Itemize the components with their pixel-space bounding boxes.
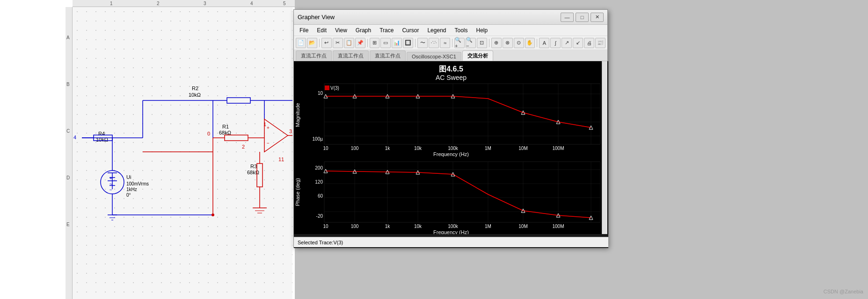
toolbar-copy[interactable]: 📋 — [344, 38, 354, 48]
svg-text:1: 1 — [263, 121, 266, 127]
grapher-scrollbar[interactable] — [602, 61, 607, 234]
toolbar-dot[interactable]: ·∵· — [429, 38, 439, 48]
toolbar-print2[interactable]: 📰 — [595, 38, 605, 48]
svg-text:10kΩ: 10kΩ — [189, 92, 201, 98]
menu-cursor[interactable]: Cursor — [398, 26, 423, 35]
toolbar-view2[interactable]: 🔲 — [403, 38, 413, 48]
tab-dc3[interactable]: 直流工作点 — [370, 50, 406, 61]
graph-area: 图4.6.5 AC Sweep Magnitude 10 100µ — [294, 61, 608, 234]
menu-trace[interactable]: Trace — [376, 26, 397, 35]
ruler-x-2: 2 — [157, 1, 160, 6]
svg-text:Magnitude: Magnitude — [295, 103, 300, 127]
window-title: Grapher View — [298, 14, 561, 21]
menu-view[interactable]: View — [331, 26, 351, 35]
svg-text:Frequency (Hz): Frequency (Hz) — [433, 229, 469, 234]
toolbar-label[interactable]: A — [539, 38, 549, 48]
menu-graph[interactable]: Graph — [352, 26, 375, 35]
svg-point-57 — [212, 214, 214, 216]
tab-ac[interactable]: 交流分析 — [462, 50, 493, 61]
watermark: CSDN @Zanebia — [824, 289, 863, 294]
svg-rect-66 — [324, 84, 600, 144]
svg-text:-20: -20 — [316, 214, 323, 219]
svg-text:0°: 0° — [126, 192, 131, 198]
minimize-button[interactable]: — — [561, 13, 574, 22]
svg-text:1k: 1k — [385, 224, 391, 229]
toolbar-sep6 — [537, 39, 537, 47]
toolbar-grid[interactable]: ⊞ — [370, 38, 380, 48]
tab-dc2[interactable]: 直流工作点 — [333, 50, 369, 61]
close-button[interactable]: ✕ — [591, 13, 604, 22]
svg-text:10k: 10k — [414, 146, 422, 151]
svg-rect-99 — [325, 85, 329, 90]
toolbar-sep3 — [415, 39, 416, 47]
menu-bar: File Edit View Graph Trace Cursor Legend… — [294, 25, 607, 36]
tab-dc1[interactable]: 直流工作点 — [296, 50, 332, 61]
svg-text:100: 100 — [351, 146, 359, 151]
toolbar-export1[interactable]: ↗ — [562, 38, 572, 48]
menu-help[interactable]: Help — [473, 26, 492, 35]
toolbar-cursor2[interactable]: ⊗ — [503, 38, 513, 48]
toolbar-chart[interactable]: 📊 — [392, 38, 402, 48]
menu-edit[interactable]: Edit — [313, 26, 330, 35]
svg-text:R1: R1 — [222, 124, 229, 129]
ruler-y-c: C — [66, 128, 70, 134]
svg-text:1k: 1k — [385, 146, 391, 151]
graph-svg: 图4.6.5 AC Sweep Magnitude 10 100µ — [294, 61, 608, 234]
toolbar-print1[interactable]: 🖨 — [584, 38, 594, 48]
toolbar-sep4 — [452, 39, 452, 47]
svg-text:100k: 100k — [448, 146, 459, 151]
svg-marker-21 — [264, 119, 288, 152]
menu-tools[interactable]: Tools — [451, 26, 471, 35]
svg-text:10: 10 — [323, 224, 328, 229]
ruler-top: 1 2 3 4 5 — [73, 0, 295, 7]
svg-text:1M: 1M — [485, 224, 491, 229]
toolbar-pan[interactable]: ✋ — [525, 38, 535, 48]
toolbar-zoomout[interactable]: 🔍− — [466, 38, 476, 48]
grapher-window: Grapher View — □ ✕ File Edit View Graph … — [293, 9, 608, 248]
tab-osc[interactable]: Oscilloscope-XSC1 — [407, 52, 461, 61]
svg-text:10: 10 — [318, 91, 323, 96]
svg-text:68kΩ: 68kΩ — [247, 170, 259, 175]
menu-file[interactable]: File — [296, 26, 312, 35]
toolbar: 📄 📂 ↩ ✂ 📋 📌 ⊞ ▭ 📊 🔲 〜 ·∵· ≈ 🔍+ 🔍− ⊡ ⊕ ⊗ … — [294, 36, 607, 50]
svg-text:−: − — [267, 141, 270, 146]
title-bar-buttons: — □ ✕ — [561, 13, 604, 22]
ruler-y-d: D — [66, 175, 70, 180]
maximize-button[interactable]: □ — [576, 13, 589, 22]
svg-text:100mVrms: 100mVrms — [126, 181, 149, 186]
toolbar-zoomin[interactable]: 🔍+ — [454, 38, 465, 48]
svg-rect-101 — [324, 162, 600, 222]
svg-rect-44 — [257, 164, 263, 187]
toolbar-fit[interactable]: ⊡ — [477, 38, 487, 48]
title-bar: Grapher View — □ ✕ — [294, 10, 607, 25]
toolbar-undo[interactable]: ↩ — [321, 38, 332, 48]
toolbar-dotline[interactable]: ≈ — [440, 38, 450, 48]
ruler-x-5: 5 — [283, 1, 286, 6]
svg-text:−: − — [109, 187, 112, 192]
svg-text:0: 0 — [207, 131, 210, 136]
toolbar-cursor3[interactable]: ⊙ — [514, 38, 524, 48]
menu-legend[interactable]: Legend — [423, 26, 450, 35]
svg-text:Ui: Ui — [126, 174, 131, 180]
svg-text:100µ: 100µ — [313, 136, 323, 142]
toolbar-curve[interactable]: 〜 — [417, 38, 428, 48]
toolbar-cursor1[interactable]: ⊕ — [491, 38, 502, 48]
svg-text:Frequency (Hz): Frequency (Hz) — [433, 151, 469, 157]
toolbar-open[interactable]: 📂 — [307, 38, 317, 48]
ruler-y-b: B — [66, 82, 70, 87]
toolbar-paste[interactable]: 📌 — [355, 38, 365, 48]
svg-text:100M: 100M — [552, 224, 564, 229]
svg-rect-18 — [225, 135, 248, 141]
toolbar-export2[interactable]: ↙ — [573, 38, 583, 48]
toolbar-sep2 — [367, 39, 368, 47]
toolbar-cut[interactable]: ✂ — [333, 38, 343, 48]
circuit-svg: 4 R4 10kΩ R2 10kΩ 0 R1 68kΩ 1 + − — [73, 7, 292, 299]
svg-text:V(3): V(3) — [330, 85, 339, 91]
toolbar-box[interactable]: ▭ — [380, 38, 391, 48]
svg-text:图4.6.5: 图4.6.5 — [439, 65, 463, 73]
toolbar-new[interactable]: 📄 — [296, 38, 306, 48]
toolbar-math[interactable]: ∫ — [550, 38, 561, 48]
svg-text:10M: 10M — [518, 224, 527, 229]
svg-text:4: 4 — [73, 135, 76, 140]
svg-text:100k: 100k — [448, 224, 459, 229]
